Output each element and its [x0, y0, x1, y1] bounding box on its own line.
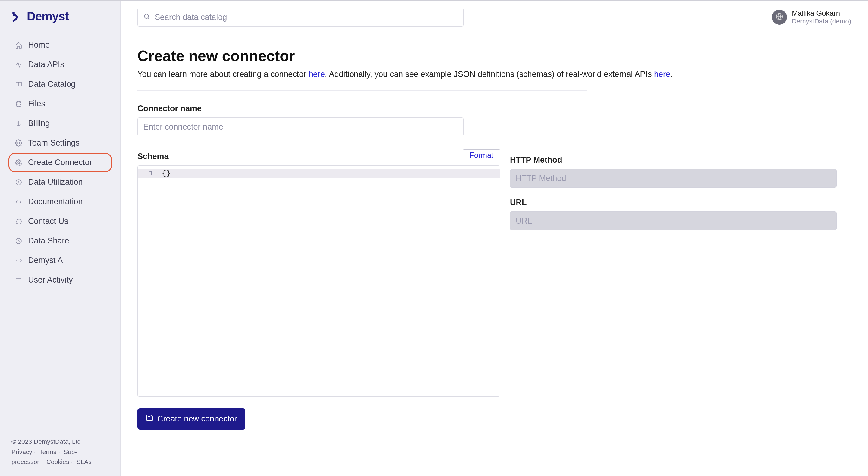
sidebar-item-label: Home — [28, 40, 50, 50]
search-icon — [143, 13, 150, 21]
url-input — [510, 212, 837, 230]
schema-editor[interactable]: 1 {} — [137, 165, 500, 397]
schema-content: {} — [162, 169, 170, 178]
sidebar-item-label: Files — [28, 99, 45, 108]
logo-mark-icon — [10, 10, 23, 23]
create-connector-button[interactable]: Create new connector — [137, 408, 245, 430]
sidebar-item-team-settings[interactable]: Team Settings — [8, 133, 112, 153]
user-menu[interactable]: Mallika Gokarn DemystData (demo) — [772, 9, 851, 25]
sidebar-item-label: Contact Us — [28, 217, 68, 226]
footer-link-terms[interactable]: Terms — [39, 448, 56, 455]
sidebar-item-label: Billing — [28, 119, 50, 128]
sidebar-item-documentation[interactable]: Documentation — [8, 192, 112, 212]
gear-icon — [15, 139, 23, 147]
sidebar-item-data-utilization[interactable]: Data Utilization — [8, 172, 112, 192]
activity-icon — [15, 61, 23, 69]
brand-logo[interactable]: Demyst — [0, 7, 120, 35]
clock-icon — [15, 178, 23, 186]
copyright-text: © 2023 DemystData, Ltd — [11, 437, 109, 447]
code-icon — [15, 257, 23, 264]
footer-link-slas[interactable]: SLAs — [76, 458, 91, 465]
save-icon — [146, 414, 153, 423]
clock-icon — [15, 237, 23, 245]
schema-label: Schema — [137, 152, 169, 161]
learn-more-link[interactable]: here — [309, 70, 325, 78]
user-name: Mallika Gokarn — [792, 9, 851, 18]
sidebar-footer: © 2023 DemystData, Ltd Privacy· Terms· S… — [0, 437, 120, 470]
page-content: Create new connector You can learn more … — [121, 34, 868, 476]
search-wrap[interactable] — [137, 8, 464, 27]
svg-point-0 — [12, 12, 15, 14]
sidebar-item-label: Documentation — [28, 197, 83, 207]
sidebar-item-home[interactable]: Home — [8, 35, 112, 55]
footer-link-privacy[interactable]: Privacy — [11, 448, 32, 455]
sidebar-item-label: User Activity — [28, 275, 73, 285]
svg-point-6 — [144, 14, 149, 19]
connector-name-label: Connector name — [137, 104, 851, 113]
sidebar-item-label: Data Catalog — [28, 80, 76, 89]
sidebar-item-data-apis[interactable]: Data APIs — [8, 55, 112, 74]
footer-link-cookies[interactable]: Cookies — [46, 458, 69, 465]
sidebar-item-label: Demyst AI — [28, 256, 65, 265]
url-label: URL — [510, 198, 837, 207]
divider — [137, 90, 587, 91]
sidebar-item-files[interactable]: Files — [8, 94, 112, 114]
format-button[interactable]: Format — [463, 150, 500, 161]
database-icon — [15, 100, 23, 108]
http-method-input — [510, 169, 837, 188]
create-connector-button-label: Create new connector — [157, 414, 237, 423]
sidebar-item-create-connector[interactable]: Create Connector — [8, 153, 112, 172]
sidebar: Demyst Home Data APIs Data Catalog Files — [0, 1, 121, 476]
nav-list: Home Data APIs Data Catalog Files Billin… — [0, 35, 120, 290]
sidebar-item-label: Team Settings — [28, 138, 80, 148]
sidebar-item-user-activity[interactable]: User Activity — [8, 270, 112, 290]
dollar-icon — [15, 120, 23, 127]
code-icon — [15, 198, 23, 206]
svg-point-2 — [18, 142, 20, 144]
sidebar-item-data-share[interactable]: Data Share — [8, 231, 112, 251]
sidebar-item-demyst-ai[interactable]: Demyst AI — [8, 251, 112, 270]
chat-icon — [15, 218, 23, 225]
user-org: DemystData (demo) — [792, 18, 851, 25]
page-title: Create new connector — [137, 47, 851, 65]
home-icon — [15, 41, 23, 49]
topbar: Mallika Gokarn DemystData (demo) — [121, 1, 868, 34]
http-method-label: HTTP Method — [510, 155, 837, 165]
svg-point-3 — [18, 162, 20, 164]
sidebar-item-contact-us[interactable]: Contact Us — [8, 212, 112, 231]
sidebar-item-data-catalog[interactable]: Data Catalog — [8, 74, 112, 94]
svg-point-1 — [16, 101, 21, 103]
main-area: Mallika Gokarn DemystData (demo) Create … — [121, 1, 868, 476]
sidebar-item-label: Data Utilization — [28, 178, 83, 187]
sidebar-item-label: Data APIs — [28, 60, 64, 69]
gear-icon — [15, 159, 23, 167]
avatar — [772, 10, 787, 25]
book-icon — [15, 81, 23, 88]
examples-link[interactable]: here — [654, 70, 670, 78]
connector-name-input[interactable] — [137, 118, 464, 136]
list-icon — [15, 276, 23, 284]
line-number: 1 — [138, 169, 162, 178]
search-input[interactable] — [155, 13, 458, 22]
brand-name: Demyst — [27, 10, 69, 23]
globe-icon — [775, 12, 784, 22]
page-description: You can learn more about creating a conn… — [137, 70, 851, 79]
sidebar-item-label: Data Share — [28, 236, 69, 246]
sidebar-item-billing[interactable]: Billing — [8, 114, 112, 133]
sidebar-item-label: Create Connector — [28, 158, 92, 167]
